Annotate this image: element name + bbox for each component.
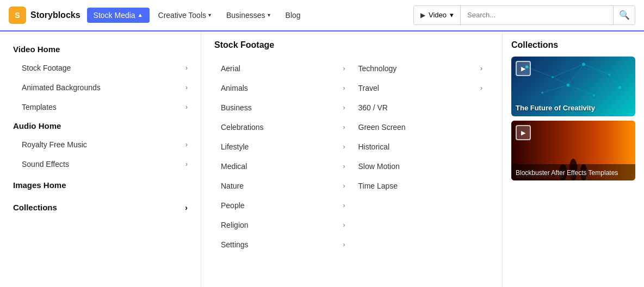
footage-item-time-lapse[interactable]: Time Lapse	[352, 176, 490, 196]
arrow-right-icon: ›	[343, 163, 345, 170]
footage-item-technology[interactable]: Technology ›	[352, 59, 490, 78]
arrow-right-icon: ›	[343, 84, 345, 92]
footage-item-celebrations[interactable]: Celebrations ›	[214, 117, 352, 137]
navbar: S Storyblocks Stock Media ▲ Creative Too…	[0, 0, 644, 30]
left-item-stock-footage[interactable]: Stock Footage ›	[0, 58, 201, 78]
footage-right-col: Technology › Travel › 360 / VR Green Scr…	[352, 59, 490, 254]
footage-left-col: Aerial › Animals › Business › Celebratio…	[214, 59, 352, 254]
svg-point-5	[541, 92, 543, 94]
left-item-sound-effects[interactable]: Sound Effects ›	[0, 154, 201, 174]
arrow-right-icon: ›	[185, 141, 188, 148]
svg-line-9	[553, 64, 584, 77]
search-button[interactable]: 🔍	[613, 6, 635, 24]
footage-item-people[interactable]: People ›	[214, 196, 352, 215]
svg-point-4	[618, 86, 622, 89]
svg-line-14	[542, 85, 568, 92]
footage-item-historical[interactable]: Historical	[352, 137, 490, 157]
arrow-right-icon: ›	[480, 84, 482, 92]
search-type-button[interactable]: ▶ Video ▾	[414, 6, 461, 24]
collection-card-1-title: The Future of Creativity	[516, 104, 595, 112]
audio-home-header[interactable]: Audio Home	[0, 117, 201, 135]
arrow-right-icon: ›	[480, 65, 482, 72]
footage-grid: Aerial › Animals › Business › Celebratio…	[214, 59, 489, 254]
svg-point-1	[552, 76, 554, 78]
logo-icon: S	[9, 7, 26, 24]
chevron-down-icon: ▾	[268, 12, 270, 18]
footage-item-religion[interactable]: Religion ›	[214, 215, 352, 235]
left-item-animated-backgrounds[interactable]: Animated Backgrounds ›	[0, 78, 201, 97]
collections-link[interactable]: Collections ›	[0, 196, 201, 219]
footage-item-slow-motion[interactable]: Slow Motion	[352, 157, 490, 176]
arrow-right-icon: ›	[185, 203, 188, 212]
arrow-right-icon: ›	[343, 65, 345, 72]
svg-line-12	[553, 77, 568, 85]
right-panel: Collections	[503, 32, 644, 287]
collection-card-1[interactable]: ▶ The Future of Creativity	[511, 57, 635, 116]
collection-card-2[interactable]: ▶ Blockbuster After Effects Templates	[511, 121, 635, 180]
footage-item-animals[interactable]: Animals ›	[214, 78, 352, 98]
svg-line-10	[584, 64, 610, 74]
stock-footage-title: Stock Footage	[214, 40, 489, 50]
search-area: ▶ Video ▾ 🔍	[413, 5, 635, 25]
arrow-right-icon: ›	[343, 123, 345, 131]
chevron-down-icon: ▾	[450, 11, 454, 19]
svg-line-15	[568, 64, 584, 85]
search-input[interactable]	[461, 6, 613, 24]
play-badge-2: ▶	[516, 125, 531, 140]
footage-item-travel[interactable]: Travel ›	[352, 78, 490, 98]
collection-card-2-image: ▶ Blockbuster After Effects Templates	[511, 121, 635, 180]
middle-panel: Stock Footage Aerial › Animals › Busines…	[201, 32, 503, 287]
arrow-right-icon: ›	[343, 202, 345, 209]
footage-item-business[interactable]: Business ›	[214, 98, 352, 117]
footage-item-aerial[interactable]: Aerial ›	[214, 59, 352, 78]
video-icon: ▶	[420, 11, 425, 19]
svg-point-7	[593, 94, 595, 96]
dropdown-menu: Video Home Stock Footage › Animated Back…	[0, 30, 644, 287]
arrow-right-icon: ›	[343, 143, 345, 151]
footage-item-medical[interactable]: Medical ›	[214, 157, 352, 176]
nav-creative-tools[interactable]: Creative Tools ▾	[152, 8, 218, 23]
collection-card-2-title: Blockbuster After Effects Templates	[516, 169, 618, 177]
arrow-right-icon: ›	[343, 104, 345, 111]
arrow-right-icon: ›	[185, 160, 188, 168]
nav-blog[interactable]: Blog	[279, 8, 307, 23]
arrow-right-icon: ›	[343, 182, 345, 190]
images-home-link[interactable]: Images Home	[0, 174, 201, 196]
footage-item-nature[interactable]: Nature ›	[214, 176, 352, 196]
svg-line-11	[610, 74, 620, 88]
search-icon: 🔍	[619, 10, 630, 20]
svg-point-3	[609, 73, 611, 76]
arrow-right-icon: ›	[185, 84, 188, 91]
chevron-down-icon: ▲	[138, 12, 143, 18]
arrow-right-icon: ›	[185, 103, 188, 111]
svg-point-6	[567, 83, 570, 86]
chevron-down-icon: ▾	[208, 12, 211, 18]
svg-line-13	[568, 85, 595, 95]
nav-stock-media[interactable]: Stock Media ▲	[87, 8, 150, 23]
left-panel: Video Home Stock Footage › Animated Back…	[0, 32, 201, 287]
footage-item-green-screen[interactable]: Green Screen	[352, 117, 490, 137]
collection-card-2-overlay: Blockbuster After Effects Templates	[511, 164, 635, 180]
left-item-royalty-free-music[interactable]: Royalty Free Music ›	[0, 135, 201, 154]
svg-point-2	[582, 63, 585, 66]
arrow-right-icon: ›	[343, 241, 345, 248]
left-item-templates[interactable]: Templates ›	[0, 97, 201, 117]
collections-title: Collections	[511, 40, 635, 50]
nav-businesses[interactable]: Businesses ▾	[220, 8, 277, 23]
video-home-header[interactable]: Video Home	[0, 40, 201, 58]
logo[interactable]: S Storyblocks	[9, 7, 81, 24]
play-badge-1: ▶	[516, 61, 531, 76]
arrow-right-icon: ›	[343, 221, 345, 229]
arrow-right-icon: ›	[185, 64, 188, 72]
footage-item-lifestyle[interactable]: Lifestyle ›	[214, 137, 352, 157]
footage-item-360vr[interactable]: 360 / VR	[352, 98, 490, 117]
logo-text: Storyblocks	[30, 10, 81, 20]
collection-card-1-image: ▶ The Future of Creativity	[511, 57, 635, 116]
footage-item-settings[interactable]: Settings ›	[214, 235, 352, 254]
